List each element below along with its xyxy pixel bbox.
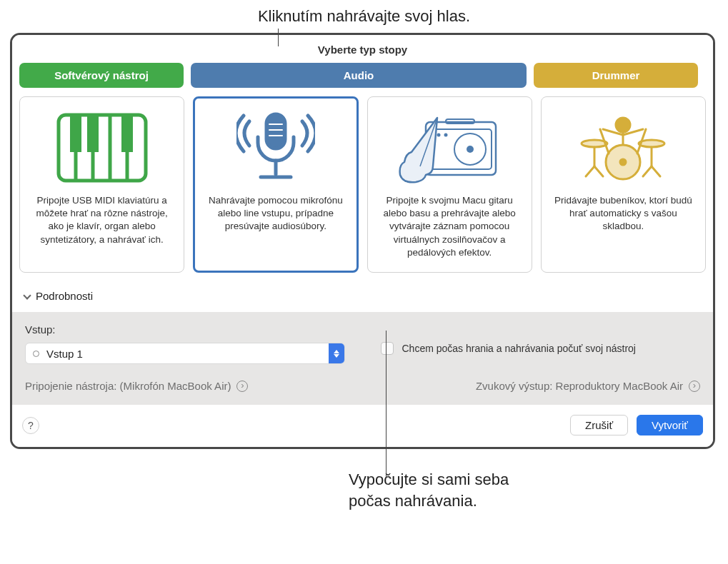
- card-drummer[interactable]: Pridávajte bubeníkov, ktorí budú hrať au…: [541, 96, 706, 273]
- card-software-text: Pripojte USB MIDI klaviatúru a môžete hr…: [30, 194, 174, 246]
- svg-point-17: [467, 146, 474, 153]
- drummer-icon: [566, 109, 680, 187]
- tab-drummer[interactable]: Drummer: [534, 63, 698, 88]
- details-disclosure[interactable]: Podrobnosti: [12, 284, 713, 312]
- dialog-footer: ? Zrušiť Vytvoriť: [12, 405, 713, 447]
- svg-line-29: [643, 166, 652, 176]
- track-type-tabs: Softvérový nástroj Audio Drummer: [12, 63, 713, 88]
- card-microphone-text: Nahrávajte pomocou mikrofónu alebo line …: [204, 194, 347, 233]
- callout-bottom-line2: počas nahrávania.: [349, 490, 606, 512]
- create-button[interactable]: Vytvoriť: [637, 415, 703, 435]
- svg-rect-7: [121, 115, 133, 152]
- callout-top-text: Kliknutím nahrávajte svoj hlas.: [258, 7, 470, 25]
- dialog-title: Vyberte typ stopy: [12, 35, 713, 63]
- card-guitar-text: Pripojte k svojmu Macu gitaru alebo basu…: [378, 194, 522, 259]
- input-value: Vstup 1: [46, 348, 329, 360]
- mono-channel-icon: [33, 351, 39, 357]
- svg-point-18: [437, 134, 441, 137]
- help-button[interactable]: ?: [22, 417, 39, 434]
- new-track-dialog: Vyberte typ stopy Softvérový nástroj Aud…: [10, 33, 715, 449]
- svg-rect-6: [87, 115, 99, 152]
- svg-line-26: [594, 166, 603, 176]
- details-label: Podrobnosti: [36, 290, 93, 302]
- cancel-button[interactable]: Zrušiť: [570, 415, 628, 435]
- output-arrow-icon[interactable]: [689, 381, 700, 392]
- callout-top: Kliknutím nahrávajte svoj hlas.: [0, 0, 728, 26]
- svg-point-22: [616, 118, 630, 132]
- monitor-label: Chcem počas hrania a nahrávania počuť sv…: [402, 343, 636, 354]
- card-audio-guitar[interactable]: Pripojte k svojmu Macu gitaru alebo basu…: [367, 96, 532, 273]
- tab-software-instrument[interactable]: Softvérový nástroj: [19, 63, 184, 88]
- card-audio-microphone[interactable]: Nahrávajte pomocou mikrofónu alebo line …: [193, 96, 358, 273]
- details-panel: Vstup: Vstup 1 Chcem počas hrania a nahr…: [12, 312, 713, 405]
- callout-top-line: [278, 29, 279, 46]
- connection-arrow-icon[interactable]: [236, 381, 248, 392]
- track-type-cards: Pripojte USB MIDI klaviatúru a môžete hr…: [12, 88, 713, 284]
- chevron-down-icon: [23, 291, 31, 299]
- keyboard-icon: [56, 109, 149, 187]
- guitar-amp-icon: [396, 109, 503, 187]
- callout-bottom-line1: Vypočujte si sami seba: [349, 469, 606, 490]
- tab-audio[interactable]: Audio: [191, 63, 527, 88]
- svg-point-32: [620, 159, 626, 165]
- microphone-icon: [236, 109, 315, 187]
- svg-line-25: [586, 166, 594, 176]
- svg-point-19: [444, 134, 448, 137]
- svg-rect-8: [266, 114, 285, 148]
- svg-rect-5: [70, 115, 81, 152]
- instrument-connection-text: Pripojenie nástroja: (Mikrofón MacBook A…: [25, 380, 248, 392]
- input-select[interactable]: Vstup 1: [25, 343, 345, 364]
- audio-output-text: Zvukový výstup: Reproduktory MacBook Air: [476, 380, 700, 392]
- svg-line-30: [652, 166, 660, 176]
- input-label: Vstup:: [25, 323, 345, 336]
- monitor-checkbox[interactable]: [381, 342, 394, 355]
- card-software-instrument[interactable]: Pripojte USB MIDI klaviatúru a môžete hr…: [19, 96, 184, 273]
- card-drummer-text: Pridávajte bubeníkov, ktorí budú hrať au…: [552, 194, 695, 233]
- stepper-icon: [329, 343, 344, 363]
- callout-bottom-line: [386, 331, 387, 477]
- callout-bottom: Vypočujte si sami seba počas nahrávania.: [349, 456, 606, 511]
